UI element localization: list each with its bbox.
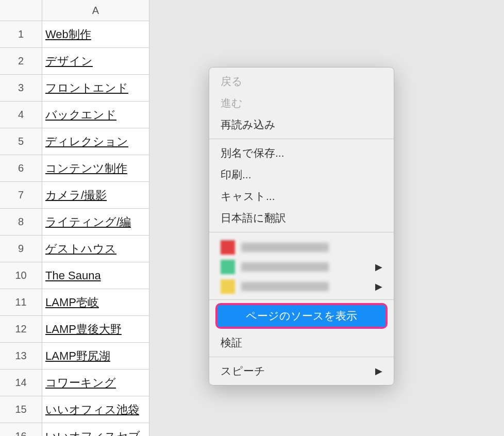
- table-row: 5ディレクション: [0, 128, 149, 155]
- extension-item[interactable]: ▶: [221, 277, 382, 296]
- cell-link[interactable]: LAMP野尻湖: [42, 343, 149, 369]
- table-row: 16いいオフィスセブ: [0, 423, 149, 436]
- menu-speech-label: スピーチ: [221, 364, 265, 378]
- submenu-arrow-icon: ▶: [375, 281, 382, 292]
- menu-separator: [209, 299, 394, 300]
- menu-print[interactable]: 印刷...: [209, 164, 394, 186]
- row-header[interactable]: 10: [0, 262, 42, 289]
- table-row: 10The Sauna: [0, 262, 149, 289]
- menu-translate[interactable]: 日本語に翻訳: [209, 207, 394, 229]
- extension-label-blurred: [241, 243, 329, 252]
- menu-separator: [209, 232, 394, 232]
- cell-link[interactable]: Web制作: [42, 21, 149, 47]
- cell-link[interactable]: フロントエンド: [42, 75, 149, 101]
- cell-link[interactable]: The Sauna: [42, 262, 149, 289]
- table-row: 8ライティング/編: [0, 209, 149, 236]
- menu-view-source[interactable]: ページのソースを表示: [217, 305, 385, 327]
- table-row: 7カメラ/撮影: [0, 182, 149, 209]
- cell-link[interactable]: いいオフィスセブ: [42, 423, 149, 436]
- row-header[interactable]: 15: [0, 396, 42, 423]
- cell-link[interactable]: コンテンツ制作: [42, 155, 149, 181]
- row-header[interactable]: 12: [0, 316, 42, 342]
- row-header[interactable]: 8: [0, 209, 42, 235]
- row-header[interactable]: 13: [0, 343, 42, 369]
- cell-link[interactable]: いいオフィス池袋: [42, 396, 149, 423]
- highlight-frame: ページのソースを表示: [215, 303, 388, 329]
- table-row: 3フロントエンド: [0, 75, 149, 102]
- row-header[interactable]: 16: [0, 423, 42, 436]
- column-header-a[interactable]: A: [42, 0, 149, 21]
- extension-item[interactable]: [221, 238, 382, 257]
- context-menu: 戻る 進む 再読み込み 別名で保存... 印刷... キャスト... 日本語に翻…: [209, 67, 394, 385]
- header-row: A: [0, 0, 149, 21]
- table-row: 15いいオフィス池袋: [0, 396, 149, 423]
- menu-reload[interactable]: 再読み込み: [209, 114, 394, 136]
- row-header[interactable]: 14: [0, 370, 42, 396]
- extension-icon: [221, 279, 235, 294]
- cell-link[interactable]: ライティング/編: [42, 209, 149, 235]
- row-header[interactable]: 5: [0, 128, 42, 155]
- table-row: 9ゲストハウス: [0, 236, 149, 262]
- submenu-arrow-icon: ▶: [375, 261, 382, 273]
- row-header[interactable]: 2: [0, 48, 42, 74]
- table-row: 1Web制作: [0, 21, 149, 48]
- row-header[interactable]: 9: [0, 236, 42, 262]
- cell-link[interactable]: カメラ/撮影: [42, 182, 149, 208]
- menu-back: 戻る: [209, 71, 394, 92]
- table-row: 14コワーキング: [0, 370, 149, 396]
- extension-label-blurred: [241, 262, 329, 272]
- corner-cell[interactable]: [0, 0, 42, 21]
- menu-cast[interactable]: キャスト...: [209, 186, 394, 207]
- table-row: 13LAMP野尻湖: [0, 343, 149, 370]
- menu-forward: 進む: [209, 92, 394, 114]
- table-row: 6コンテンツ制作: [0, 155, 149, 182]
- submenu-arrow-icon: ▶: [375, 365, 382, 377]
- row-header[interactable]: 7: [0, 182, 42, 208]
- row-header[interactable]: 4: [0, 102, 42, 128]
- cell-link[interactable]: デザイン: [42, 48, 149, 74]
- extension-icon: [221, 260, 235, 274]
- cell-link[interactable]: コワーキング: [42, 370, 149, 396]
- menu-separator: [209, 139, 394, 139]
- table-row: 11LAMP壱岐: [0, 289, 149, 316]
- row-header[interactable]: 11: [0, 289, 42, 315]
- cell-link[interactable]: ディレクション: [42, 128, 149, 155]
- menu-separator: [209, 357, 394, 357]
- row-header[interactable]: 1: [0, 21, 42, 47]
- row-header[interactable]: 6: [0, 155, 42, 181]
- extensions-section: ▶ ▶: [209, 236, 394, 296]
- cell-link[interactable]: バックエンド: [42, 102, 149, 128]
- spreadsheet: A 1Web制作2デザイン3フロントエンド4バックエンド5ディレクション6コンテ…: [0, 0, 149, 436]
- table-row: 2デザイン: [0, 48, 149, 75]
- cell-link[interactable]: LAMP壱岐: [42, 289, 149, 315]
- menu-speech[interactable]: スピーチ ▶: [209, 360, 394, 382]
- cell-link[interactable]: LAMP豊後大野: [42, 316, 149, 342]
- menu-save-as[interactable]: 別名で保存...: [209, 142, 394, 164]
- table-row: 4バックエンド: [0, 102, 149, 128]
- extension-icon: [221, 240, 235, 255]
- row-header[interactable]: 3: [0, 75, 42, 101]
- cell-link[interactable]: ゲストハウス: [42, 236, 149, 262]
- table-row: 12LAMP豊後大野: [0, 316, 149, 343]
- menu-inspect[interactable]: 検証: [209, 332, 394, 354]
- extension-item[interactable]: ▶: [221, 257, 382, 277]
- extension-label-blurred: [241, 282, 329, 291]
